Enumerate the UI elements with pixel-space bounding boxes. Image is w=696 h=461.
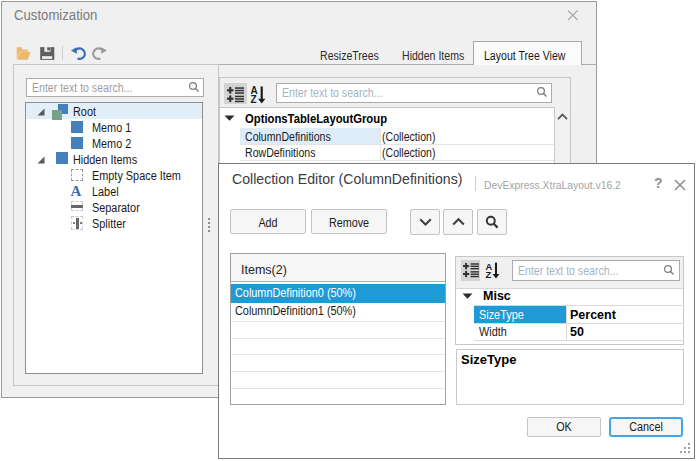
svg-text:Z: Z [486, 270, 492, 280]
svg-text:Z: Z [251, 93, 257, 104]
